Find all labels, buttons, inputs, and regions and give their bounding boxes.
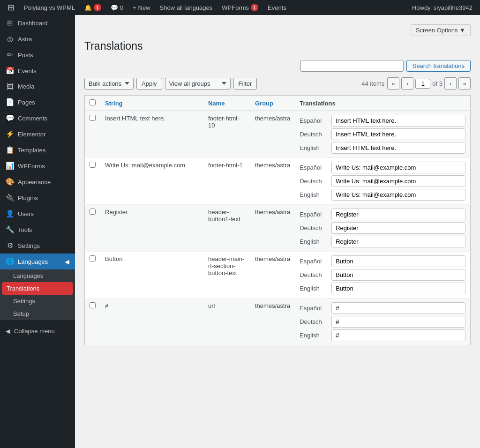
translation-input[interactable] [331, 316, 465, 328]
adminbar-show-languages[interactable]: Show all languages [156, 0, 217, 15]
translation-input[interactable] [331, 209, 465, 220]
search-input[interactable] [300, 60, 404, 72]
sidebar-item-wpforms[interactable]: 📊 WPForms [0, 158, 75, 174]
submenu-settings[interactable]: Settings [0, 295, 75, 307]
adminbar-events[interactable]: Events [264, 0, 290, 15]
col-header-name[interactable]: Name [203, 96, 250, 111]
lang-label: Deutsch [300, 224, 328, 231]
prev-page-button[interactable]: ‹ [401, 77, 413, 90]
row-translations: Español Deutsch English [295, 111, 470, 158]
submenu-languages[interactable]: Languages [0, 269, 75, 282]
col-string-label: String [105, 100, 123, 107]
translation-row: English [300, 283, 465, 294]
row-name: footer-html-1 [203, 158, 250, 205]
sidebar-label-elementor: Elementor [18, 131, 45, 138]
translation-row: English [300, 189, 465, 201]
collapse-menu-button[interactable]: ◀ Collapse menu [0, 324, 75, 338]
translation-input[interactable] [331, 283, 465, 294]
submenu-setup[interactable]: Setup [0, 307, 75, 320]
adminbar-wp-logo[interactable]: ⊞ [4, 0, 18, 15]
row-checkbox[interactable] [90, 255, 96, 261]
col-header-group[interactable]: Group [250, 96, 295, 111]
sidebar-item-appearance[interactable]: 🎨 Appearance [0, 174, 75, 190]
apply-button[interactable]: Apply [136, 78, 162, 90]
astra-icon: ◎ [6, 35, 14, 43]
sidebar-label-pages: Pages [18, 99, 35, 106]
screen-options-button[interactable]: Screen Options ▼ [411, 24, 471, 36]
comments-count: 0 [120, 4, 123, 11]
adminbar-wpforms[interactable]: WPForms 1 [218, 0, 262, 15]
row-checkbox[interactable] [90, 209, 96, 215]
row-checkbox[interactable] [90, 162, 96, 168]
adminbar-new[interactable]: + New [129, 0, 154, 15]
lang-label: Deutsch [300, 131, 328, 138]
filter-button[interactable]: Filter [233, 78, 257, 90]
translation-row: Español [300, 255, 465, 267]
sidebar-item-users[interactable]: 👤 Users [0, 206, 75, 222]
current-page-input[interactable] [415, 79, 430, 89]
sidebar-item-comments[interactable]: 💬 Comments [0, 110, 75, 126]
lang-label: English [300, 144, 328, 151]
translation-input[interactable] [331, 189, 465, 201]
adminbar-comments[interactable]: 💬 0 [107, 0, 127, 15]
translation-input[interactable] [331, 329, 465, 341]
row-checkbox[interactable] [90, 115, 96, 121]
col-name-label: Name [208, 100, 225, 107]
sidebar-item-pages[interactable]: 📄 Pages [0, 94, 75, 110]
row-checkbox[interactable] [90, 302, 96, 308]
row-group: themes/astra [250, 299, 295, 345]
next-page-button[interactable]: › [444, 77, 457, 90]
translation-input[interactable] [331, 128, 465, 140]
search-translations-button[interactable]: Search translations [406, 60, 471, 72]
lang-label: Español [300, 117, 328, 124]
sidebar-item-languages[interactable]: 🌐 Languages ◀ [0, 254, 75, 269]
table-row: #urlthemes/astra Español Deutsch English [85, 299, 471, 345]
col-header-string[interactable]: String [100, 96, 203, 111]
row-group: themes/astra [250, 111, 295, 158]
row-string: Write Us: mail@example.com [100, 158, 203, 205]
sidebar-item-plugins[interactable]: 🔌 Plugins [0, 190, 75, 206]
site-name-label: Polylang vs WPML [24, 4, 75, 11]
translation-input[interactable] [331, 236, 465, 247]
sidebar-item-events[interactable]: 📅 Events [0, 63, 75, 79]
sidebar-item-media[interactable]: 🖼 Media [0, 79, 75, 94]
view-all-groups-select[interactable]: View all groups [165, 78, 231, 90]
search-bar: Search translations [84, 60, 471, 72]
sidebar-item-astra[interactable]: ◎ Astra [0, 31, 75, 47]
row-group: themes/astra [250, 252, 295, 299]
adminbar-site-name[interactable]: Polylang vs WPML [20, 0, 79, 15]
settings-icon: ⚙ [6, 241, 14, 250]
row-name: header-button1-text [203, 205, 250, 252]
languages-submenu: Languages Translations Settings Setup [0, 269, 75, 320]
first-page-button[interactable]: « [387, 77, 399, 90]
translation-input[interactable] [331, 222, 465, 234]
items-count: 44 items [361, 80, 384, 87]
translation-input[interactable] [331, 142, 465, 154]
sidebar-item-tools[interactable]: 🔧 Tools [0, 222, 75, 238]
translation-input[interactable] [331, 175, 465, 187]
sidebar-item-elementor[interactable]: ⚡ Elementor [0, 126, 75, 142]
adminbar-updates[interactable]: 🔔 1 [81, 0, 105, 15]
translation-input[interactable] [331, 162, 465, 173]
bulk-actions-select[interactable]: Bulk actions [84, 78, 134, 90]
sidebar-label-settings: Settings [18, 242, 40, 249]
translation-input[interactable] [331, 269, 465, 281]
last-page-button[interactable]: » [458, 77, 471, 90]
sidebar: ⊞ Dashboard ◎ Astra ✏ Posts 📅 Events 🖼 M… [0, 15, 75, 448]
translation-row: Español [300, 162, 465, 173]
translation-input[interactable] [331, 302, 465, 314]
sidebar-item-posts[interactable]: ✏ Posts [0, 47, 75, 63]
row-group: themes/astra [250, 158, 295, 205]
lang-label: Español [300, 164, 328, 171]
sidebar-label-plugins: Plugins [18, 194, 38, 202]
submenu-translations[interactable]: Translations [3, 283, 72, 294]
sidebar-item-dashboard[interactable]: ⊞ Dashboard [0, 15, 75, 31]
translation-input[interactable] [331, 115, 465, 127]
sidebar-label-posts: Posts [18, 52, 33, 59]
adminbar-howdy[interactable]: Howdy, siyapifihe3942 [408, 0, 476, 15]
select-all-checkbox[interactable] [90, 99, 96, 105]
sidebar-item-settings[interactable]: ⚙ Settings [0, 238, 75, 254]
sidebar-item-templates[interactable]: 📋 Templates [0, 142, 75, 158]
table-row: Registerheader-button1-textthemes/astra … [85, 205, 471, 252]
translation-input[interactable] [331, 255, 465, 267]
